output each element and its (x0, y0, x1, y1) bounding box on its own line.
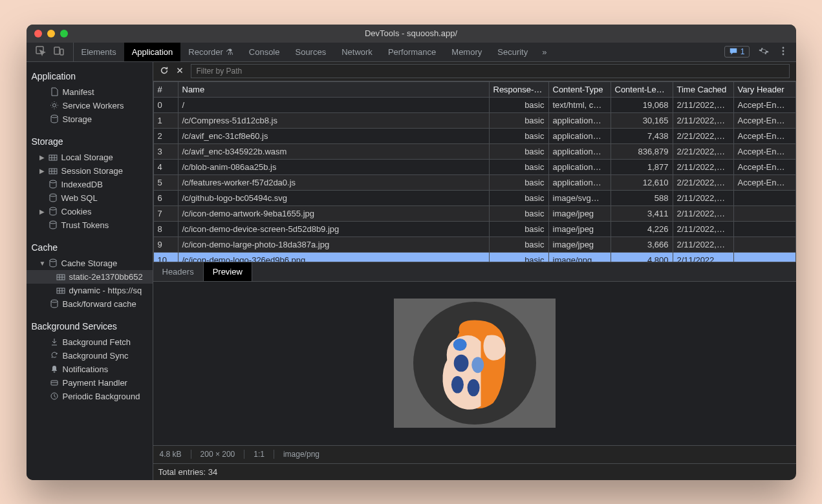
sidebar-item-trust-tokens[interactable]: Trust Tokens (27, 218, 153, 232)
tab-application[interactable]: Application (124, 43, 181, 61)
preview-size: 4.8 kB (160, 450, 191, 459)
table-row[interactable]: 3/c/avif_enc-b345922b.wasmbasicapplicati… (153, 143, 795, 159)
col-header[interactable]: Vary Header (733, 81, 795, 97)
sidebar-item-periodic-background[interactable]: Periodic Background (27, 390, 153, 403)
sidebar-item-manifest[interactable]: Manifest (27, 85, 153, 99)
sidebar-item-local-storage[interactable]: ▶Local Storage (27, 151, 153, 164)
sidebar-item-background-sync[interactable]: Background Sync (27, 349, 153, 362)
device-icon[interactable] (54, 46, 64, 58)
section-application: Application (27, 67, 153, 85)
col-header[interactable]: Time Cached (673, 81, 733, 97)
preview-panel: 4.8 kB 200 × 200 1:1 image/png (153, 282, 796, 463)
preview-mime: image/png (283, 450, 329, 459)
section-storage: Storage (27, 132, 153, 151)
sidebar-item-indexeddb[interactable]: IndexedDB (27, 178, 153, 191)
titlebar: DevTools - squoosh.app/ (27, 25, 796, 43)
section-background: Background Services (27, 317, 153, 335)
col-header[interactable]: Name (178, 81, 489, 97)
svg-point-5 (782, 53, 784, 55)
tab-recorder[interactable]: Recorder⚗ (180, 43, 241, 61)
svg-point-17 (51, 300, 58, 302)
table-row[interactable]: 7/c/icon-demo-artwork-9eba1655.jpgbasici… (153, 205, 795, 221)
application-sidebar: Application ManifestService WorkersStora… (27, 62, 153, 480)
table-row[interactable]: 5/c/features-worker-f57d2da0.jsbasicappl… (153, 174, 795, 190)
tab-memory[interactable]: Memory (444, 43, 490, 61)
svg-point-22 (471, 357, 484, 373)
table-row[interactable]: 10/c/icon-demo-logo-326ed9b6.pngbasicima… (153, 252, 795, 262)
sidebar-item-service-workers[interactable]: Service Workers (27, 99, 153, 112)
svg-rect-1 (54, 47, 59, 54)
table-row[interactable]: 1/c/Compress-51d12cb8.jsbasicapplication… (153, 112, 795, 128)
cache-entry[interactable]: dynamic - https://sq (27, 284, 153, 297)
detail-tab-headers[interactable]: Headers (153, 262, 204, 281)
svg-point-13 (50, 221, 56, 224)
messages-count: 1 (741, 47, 745, 56)
tab-sources[interactable]: Sources (287, 43, 334, 61)
svg-point-11 (50, 194, 56, 196)
col-header[interactable]: Content-Le… (611, 81, 673, 97)
table-row[interactable]: 9/c/icon-demo-large-photo-18da387a.jpgba… (153, 236, 795, 252)
col-header[interactable]: Response-… (489, 81, 548, 97)
tab-performance[interactable]: Performance (380, 43, 444, 61)
svg-point-12 (50, 207, 56, 210)
detail-tab-preview[interactable]: Preview (204, 262, 252, 281)
kebab-menu-icon[interactable] (778, 46, 788, 58)
main-toolbar: ElementsApplicationRecorder⚗ConsoleSourc… (27, 43, 796, 62)
filter-input[interactable] (191, 64, 790, 78)
tab-network[interactable]: Network (334, 43, 380, 61)
svg-point-3 (782, 47, 784, 48)
svg-point-24 (467, 379, 479, 397)
refresh-icon[interactable] (160, 66, 169, 77)
svg-point-14 (50, 259, 56, 262)
table-row[interactable]: 0/basictext/html, c…19,0682/11/2022,…Acc… (153, 97, 795, 112)
table-row[interactable]: 6/c/github-logo-bc05494c.svgbasicimage/s… (153, 190, 795, 205)
devtools-window: DevTools - squoosh.app/ ElementsApplicat… (27, 25, 796, 480)
section-cache: Cache (27, 238, 153, 257)
table-row[interactable]: 4/c/blob-anim-086aa25b.jsbasicapplicatio… (153, 159, 795, 174)
svg-point-7 (51, 115, 58, 118)
settings-icon[interactable] (759, 46, 769, 58)
window-title: DevTools - squoosh.app/ (27, 28, 796, 38)
preview-image (394, 299, 556, 428)
svg-point-10 (50, 180, 56, 183)
sidebar-item-notifications[interactable]: Notifications (27, 362, 153, 376)
clear-icon[interactable] (175, 66, 184, 77)
more-tabs-icon[interactable]: » (535, 43, 553, 61)
messages-badge[interactable]: 1 (724, 46, 750, 58)
tab-security[interactable]: Security (490, 43, 535, 61)
tab-console[interactable]: Console (241, 43, 288, 61)
cache-entry[interactable]: static-2e1370bb652 (27, 270, 153, 284)
main-panel: #NameResponse-…Content-TypeContent-Le…Ti… (153, 62, 796, 480)
sidebar-item-payment-handler[interactable]: Payment Handler (27, 376, 153, 390)
preview-meta: 4.8 kB 200 × 200 1:1 image/png (153, 445, 796, 463)
sidebar-item-cookies[interactable]: ▶Cookies (27, 205, 153, 218)
sidebar-item-web-sql[interactable]: Web SQL (27, 191, 153, 205)
table-row[interactable]: 8/c/icon-demo-device-screen-5d52d8b9.jpg… (153, 221, 795, 236)
svg-point-6 (52, 104, 56, 107)
col-header[interactable]: # (153, 81, 178, 97)
cache-storage-node[interactable]: ▼Cache Storage (27, 257, 153, 270)
svg-rect-2 (60, 49, 63, 55)
sidebar-item-session-storage[interactable]: ▶Session Storage (27, 164, 153, 178)
table-row[interactable]: 2/c/avif_enc-31cf8e60.jsbasicapplication… (153, 128, 795, 143)
svg-point-20 (453, 339, 466, 351)
inspect-icon[interactable] (36, 46, 46, 58)
svg-point-23 (451, 376, 463, 394)
svg-point-21 (453, 355, 468, 372)
bf-cache-node[interactable]: Back/forward cache (27, 297, 153, 311)
sidebar-item-storage[interactable]: Storage (27, 112, 153, 126)
preview-ratio: 1:1 (254, 450, 274, 459)
svg-point-4 (782, 50, 784, 52)
col-header[interactable]: Content-Type (548, 81, 611, 97)
cache-entries-table[interactable]: #NameResponse-…Content-TypeContent-Le…Ti… (153, 81, 796, 262)
preview-dims: 200 × 200 (200, 450, 245, 459)
squoosh-logo-icon (413, 302, 536, 425)
tab-elements[interactable]: Elements (74, 43, 124, 61)
status-footer: Total entries: 34 (153, 463, 796, 480)
sidebar-item-background-fetch[interactable]: Background Fetch (27, 335, 153, 349)
